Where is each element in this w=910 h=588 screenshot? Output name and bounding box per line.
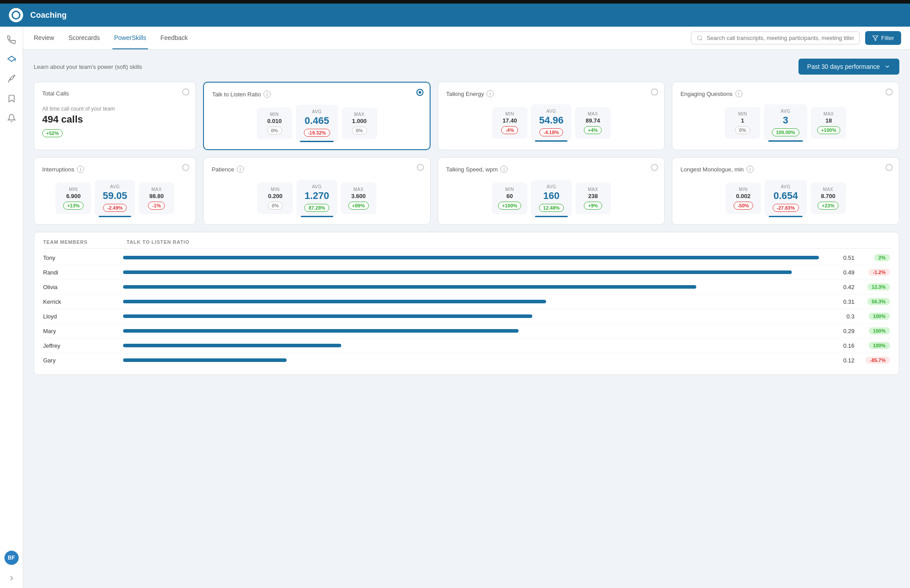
table-row[interactable]: Mary 0.29 100% — [43, 324, 890, 338]
sidebar-icon-phone[interactable] — [4, 32, 20, 48]
row-bar — [123, 256, 819, 259]
row-name: Olivia — [43, 284, 123, 290]
team-table: TEAM MEMBERS TALK TO LISTEN RATIO Tony 0… — [34, 232, 899, 375]
card-talking-energy: Talking Energy i MIN 17.40 -4% AVG 54.96 — [438, 82, 665, 150]
row-value: 0.12 — [819, 357, 854, 364]
card-title-patience: Patience i — [212, 166, 422, 173]
card-radio-total-calls[interactable] — [182, 88, 189, 95]
row-bar-area — [123, 255, 819, 260]
info-icon-patience[interactable]: i — [237, 166, 244, 173]
row-bar-area — [123, 358, 819, 363]
metric-min-interruptions: MIN 6.900 +13% — [56, 183, 91, 214]
metric-min-talking-speed: MIN 60 +100% — [492, 183, 528, 214]
tab-feedback[interactable]: Feedback — [159, 27, 189, 49]
sidebar-icon-bookmark[interactable] — [4, 91, 20, 107]
row-value: 0.16 — [819, 342, 854, 349]
metric-min-longest-monologue: MIN 0.002 -50% — [726, 183, 761, 214]
table-row[interactable]: Lloyd 0.3 100% — [43, 309, 890, 324]
tab-powerskills[interactable]: PowerSkills — [112, 27, 148, 49]
metric-max-talking-speed: MAX 238 +9% — [575, 183, 611, 214]
col-header-change — [854, 239, 890, 245]
row-change-badge: 12.3% — [867, 283, 890, 290]
row-bar-area — [123, 343, 819, 348]
card-radio-patience[interactable] — [417, 164, 424, 171]
row-change: -1.2% — [854, 269, 890, 276]
metric-max-longest-monologue: MAX 8.700 +23% — [810, 183, 846, 214]
card-radio-talking-speed[interactable] — [651, 164, 658, 171]
period-button[interactable]: Past 30 days performance — [798, 59, 899, 75]
table-row[interactable]: Jeffrey 0.16 100% — [43, 338, 890, 353]
card-radio-engaging-questions[interactable] — [886, 88, 893, 95]
info-icon-talking-energy[interactable]: i — [487, 90, 494, 97]
card-talk-listen: Talk to Listen Ratio i MIN 0.010 0% AVG … — [203, 82, 431, 150]
row-name: Jeffrey — [43, 342, 123, 349]
metric-avg-interruptions: AVG 59.05 -2.49% — [95, 180, 135, 216]
row-bar — [123, 358, 287, 362]
sidebar-icon-leaf[interactable] — [4, 71, 20, 87]
total-calls-label: All time call count of your team — [42, 106, 188, 112]
logo — [9, 8, 23, 22]
sidebar-icon-bell[interactable] — [4, 110, 20, 126]
row-value: 0.31 — [819, 298, 854, 305]
table-row[interactable]: Tony 0.51 2% — [43, 250, 890, 265]
row-bar — [123, 329, 519, 333]
table-body: Tony 0.51 2% Randi 0.49 -1.2% Olivia 0.4… — [43, 250, 890, 367]
main-content: Review Scorecards PowerSkills Feedback F… — [23, 27, 910, 588]
card-radio-talk-listen[interactable] — [416, 89, 423, 96]
card-interruptions: Interruptions i MIN 6.900 +13% AVG 59.05 — [34, 157, 196, 225]
row-bar — [123, 314, 532, 318]
card-radio-talking-energy[interactable] — [651, 88, 658, 95]
sidebar-icon-coaching[interactable] — [4, 52, 20, 68]
search-box[interactable] — [691, 32, 860, 44]
metric-min-talk-listen: MIN 0.010 0% — [257, 107, 292, 139]
info-icon-longest-monologue[interactable]: i — [746, 166, 754, 173]
row-change-badge: 100% — [869, 313, 890, 320]
metric-avg-talk-listen: AVG 0.465 -19.32% — [296, 105, 338, 141]
row-change-badge: -85.7% — [866, 357, 890, 364]
table-row[interactable]: Kerrick 0.31 56.3% — [43, 294, 890, 309]
row-value: 0.49 — [819, 269, 854, 276]
sidebar-icon-expand[interactable] — [4, 570, 20, 586]
row-bar — [123, 300, 546, 303]
row-change: 100% — [854, 327, 890, 334]
row-bar-area — [123, 314, 819, 319]
metric-avg-longest-monologue: AVG 0.654 -27.83% — [765, 180, 807, 216]
row-name: Gary — [43, 357, 123, 364]
tab-review[interactable]: Review — [32, 27, 56, 49]
info-icon-talking-speed[interactable]: i — [500, 166, 507, 173]
total-calls-value: 494 calls — [42, 114, 188, 125]
row-change: 12.3% — [854, 283, 890, 290]
table-row[interactable]: Gary 0.12 -85.7% — [43, 353, 890, 367]
top-bar: Coaching — [0, 4, 910, 27]
metric-min-patience: MIN 0.200 0% — [257, 183, 293, 214]
filter-button[interactable]: Filter — [865, 31, 901, 45]
user-avatar[interactable]: BF — [4, 551, 19, 565]
card-radio-longest-monologue[interactable] — [886, 164, 893, 171]
metric-max-engaging-q: MAX 18 +100% — [811, 107, 847, 139]
table-row[interactable]: Randi 0.49 -1.2% — [43, 265, 890, 280]
search-input[interactable] — [706, 35, 854, 41]
info-icon-engaging-questions[interactable]: i — [735, 90, 742, 97]
table-row[interactable]: Olivia 0.42 12.3% — [43, 280, 890, 294]
subtitle-text: Learn about your team's power (soft) ski… — [34, 64, 142, 70]
row-value: 0.3 — [819, 313, 854, 320]
card-title-interruptions: Interruptions i — [42, 166, 188, 173]
svg-point-0 — [698, 36, 702, 40]
card-title-total-calls: Total Calls — [42, 90, 188, 97]
tab-scorecards[interactable]: Scorecards — [67, 27, 102, 49]
table-header: TEAM MEMBERS TALK TO LISTEN RATIO — [43, 239, 890, 249]
row-value: 0.29 — [819, 328, 854, 334]
row-name: Randi — [43, 269, 123, 276]
info-icon-interruptions[interactable]: i — [77, 166, 84, 173]
info-icon-talk-listen[interactable]: i — [263, 91, 271, 98]
row-change-badge: -1.2% — [868, 269, 890, 276]
cards-row-1: Total Calls All time call count of your … — [34, 82, 899, 150]
svg-marker-1 — [873, 36, 878, 40]
metric-avg-talking-energy: AVG 54.96 -4.18% — [531, 104, 571, 141]
row-change-badge: 2% — [874, 254, 890, 261]
search-icon — [697, 35, 703, 41]
card-title-longest-monologue: Longest Monologue, min i — [680, 166, 891, 173]
card-title-talk-listen: Talk to Listen Ratio i — [212, 91, 422, 98]
card-radio-interruptions[interactable] — [182, 164, 189, 171]
row-change: 100% — [854, 342, 890, 349]
